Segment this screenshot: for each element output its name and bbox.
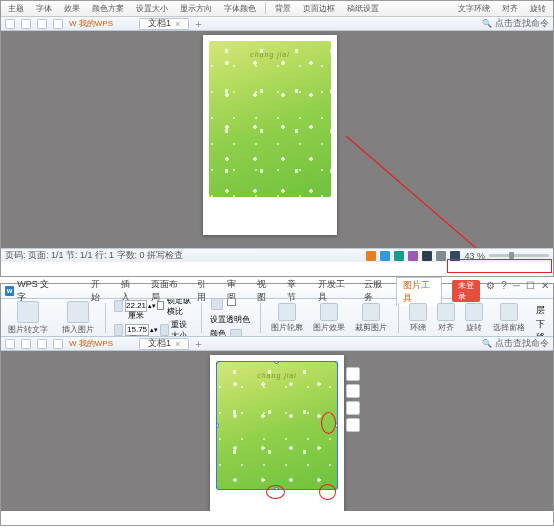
status-icon[interactable]: [394, 251, 404, 261]
add-tab-icon[interactable]: +: [195, 18, 201, 30]
save-icon[interactable]: [5, 19, 15, 29]
document-tab[interactable]: 文档1×: [139, 338, 189, 350]
float-more-icon[interactable]: [346, 418, 360, 432]
ribbon-btn-effect[interactable]: 图片效果: [310, 303, 348, 333]
ribbon-btn-crop[interactable]: 裁剪图片: [352, 303, 390, 333]
float-crop-icon[interactable]: [346, 384, 360, 398]
floating-tools: [346, 367, 362, 432]
status-icon[interactable]: [422, 251, 432, 261]
close-tab-icon[interactable]: ×: [175, 19, 180, 29]
lock-aspect-checkbox[interactable]: [157, 301, 164, 310]
undo-icon[interactable]: [21, 339, 31, 349]
search-hint[interactable]: 🔍 点击查找命令: [482, 337, 549, 350]
bottom-wps-window: W WPS 文字 开始 插入 页面布局 引用 审阅 视图 章节 开发工具 云服务…: [0, 283, 554, 526]
ribbon-btn-wrap[interactable]: 环绕: [406, 303, 430, 333]
page-background-stationery-selected[interactable]: chang jiai: [216, 361, 338, 490]
status-icon[interactable]: [408, 251, 418, 261]
image-to-text-icon: [17, 301, 39, 323]
ribbon-btn-rotate[interactable]: 旋转: [462, 303, 486, 333]
add-tab-icon[interactable]: +: [195, 338, 201, 350]
zoom-slider[interactable]: [489, 254, 549, 257]
width-input[interactable]: 15.75厘米: [125, 324, 148, 336]
document-canvas[interactable]: chang jiai: [1, 31, 553, 248]
ribbon-group: 字体颜色: [221, 3, 259, 14]
redo-icon[interactable]: [37, 339, 47, 349]
tab-view[interactable]: 视图: [251, 277, 279, 306]
ribbon-btn-align[interactable]: 对齐: [434, 303, 458, 333]
ribbon-group: 旋转: [527, 3, 549, 14]
window-controls: 未登录 ⚙ ? ─ ☐ ✕: [452, 280, 549, 302]
maximize-icon[interactable]: ☐: [526, 280, 535, 302]
recolor-icon[interactable]: [211, 299, 223, 310]
ribbon-group: 效果: [61, 3, 83, 14]
selection-handle-mr[interactable]: [335, 423, 338, 428]
stationery-title: chang jiai: [217, 372, 337, 379]
help-icon[interactable]: ?: [501, 280, 507, 302]
undo-icon[interactable]: [21, 19, 31, 29]
tab-picture-tools[interactable]: 图片工具: [396, 277, 442, 306]
ribbon-group: 主题: [5, 3, 27, 14]
top-wps-window: 主题 字体 效果 颜色方案 设置大小 显示方向 字体颜色 背景 页面边框 稿纸设…: [0, 0, 554, 277]
redo-icon[interactable]: [37, 19, 47, 29]
ribbon-btn-selection-pane[interactable]: 选择窗格: [490, 303, 528, 333]
selection-handle-tr[interactable]: [335, 361, 338, 364]
wps-label: W 我的WPS: [69, 18, 113, 29]
float-layout-icon[interactable]: [346, 367, 360, 381]
status-icon[interactable]: [380, 251, 390, 261]
minimize-icon[interactable]: ─: [513, 280, 520, 302]
document-page: chang jiai: [210, 355, 344, 511]
wps-label: W 我的WPS: [69, 338, 113, 349]
doc-tab-label: 文档1: [148, 337, 171, 350]
ribbon-group: 稿纸设置: [344, 3, 382, 14]
layer-group: 上移一层 下移一层: [536, 299, 549, 337]
zoom-value: 43 %: [464, 251, 485, 261]
svg-line-0: [346, 136, 491, 248]
selection-handle-bc[interactable]: [274, 487, 279, 490]
size-group: 22.21厘米▴▾ 锁定纵横比 15.75厘米▴▾ 重设大小: [113, 299, 193, 337]
document-tab[interactable]: 文档1×: [139, 18, 189, 30]
status-bar: 页码: 页面: 1/1 节: 1/1 行: 1 字数: 0 拼写检查 43 %: [1, 248, 553, 262]
reset-size-icon: [160, 324, 169, 336]
doc-tab-label: 文档1: [148, 17, 171, 30]
print-icon[interactable]: [53, 19, 63, 29]
ribbon-partial-top: 主题 字体 效果 颜色方案 设置大小 显示方向 字体颜色 背景 页面边框 稿纸设…: [1, 1, 553, 17]
member-badge[interactable]: 未登录: [452, 280, 481, 302]
selection-pane-icon: [500, 303, 518, 321]
send-backward[interactable]: 下移一层: [536, 318, 549, 337]
stationery-title: chang jiai: [209, 51, 331, 58]
transparent-check[interactable]: [227, 299, 236, 306]
print-icon[interactable]: [53, 339, 63, 349]
settings-icon[interactable]: ⚙: [486, 280, 495, 302]
ribbon-btn-outline[interactable]: 图片轮廓: [268, 303, 306, 333]
status-icon[interactable]: [450, 251, 460, 261]
ribbon-group: 文字环绕: [455, 3, 493, 14]
selection-handle-br[interactable]: [335, 487, 338, 490]
ribbon-btn-image-to-text[interactable]: 图片转文字: [5, 301, 51, 335]
tab-section[interactable]: 章节: [281, 277, 309, 306]
status-icon[interactable]: [366, 251, 376, 261]
style-group: 图片轮廓 图片效果 裁剪图片: [268, 303, 390, 333]
document-canvas-bot[interactable]: chang jiai: [1, 351, 553, 511]
effect-icon: [320, 303, 338, 321]
bring-forward[interactable]: 上移一层: [536, 299, 549, 317]
float-rotate-icon[interactable]: [346, 401, 360, 415]
selection-handle-bl[interactable]: [216, 487, 219, 490]
rotate-icon: [465, 303, 483, 321]
status-icon[interactable]: [436, 251, 446, 261]
save-icon[interactable]: [5, 339, 15, 349]
selection-handle-tc[interactable]: [274, 361, 279, 364]
title-bar: W WPS 文字 开始 插入 页面布局 引用 审阅 视图 章节 开发工具 云服务…: [1, 284, 553, 299]
compress-icon[interactable]: [230, 329, 242, 338]
adjust-group: 设置透明色 颜色 压缩图片: [210, 299, 252, 337]
tab-cloud[interactable]: 云服务: [358, 277, 394, 306]
height-icon: [114, 300, 123, 312]
selection-handle-ml[interactable]: [216, 423, 219, 428]
close-tab-icon[interactable]: ×: [175, 339, 180, 349]
search-hint[interactable]: 🔍 点击查找命令: [482, 17, 549, 30]
align-icon: [437, 303, 455, 321]
tab-developer[interactable]: 开发工具: [312, 277, 356, 306]
ribbon-btn-insert-image[interactable]: 插入图片: [59, 301, 97, 335]
height-input[interactable]: 22.21厘米: [125, 300, 147, 312]
width-icon: [114, 324, 123, 336]
selection-handle-tl[interactable]: [216, 361, 219, 364]
